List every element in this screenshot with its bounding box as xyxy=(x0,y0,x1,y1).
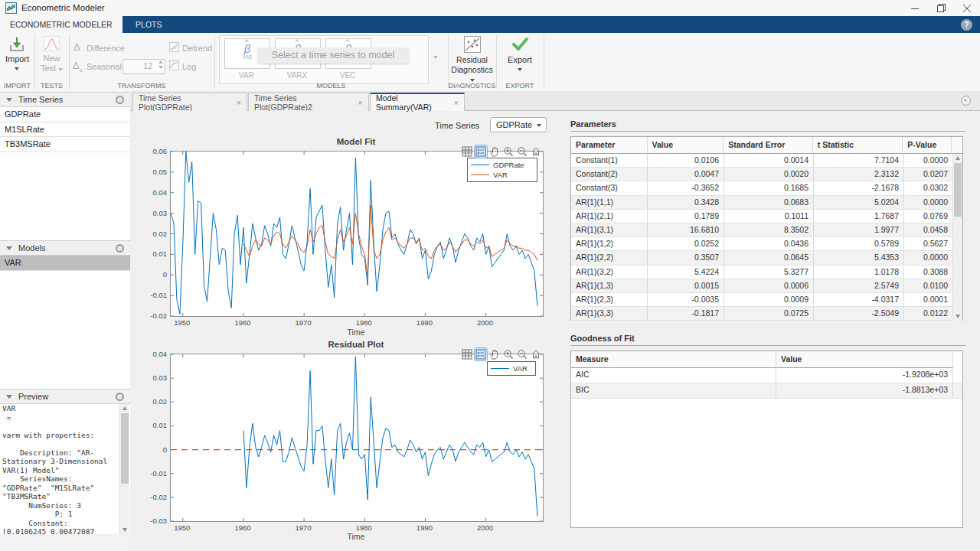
collapse-triangle-icon[interactable] xyxy=(6,98,12,102)
zoom-out-icon[interactable] xyxy=(516,348,528,360)
y-tick-label: 0 xyxy=(142,270,167,279)
home-icon[interactable] xyxy=(530,145,542,158)
table-row[interactable]: AR{1}(1,2)0.02520.04360.57890.5627 xyxy=(571,237,962,251)
table-row[interactable]: AIC-1.9208e+03 xyxy=(571,368,962,383)
panel-settings-icon[interactable] xyxy=(116,393,124,401)
plot-area[interactable] xyxy=(170,354,544,522)
collapse-triangle-icon[interactable] xyxy=(6,395,12,399)
column-header-spacer xyxy=(952,137,962,154)
table-cell: 0.0645 xyxy=(724,251,814,264)
document-actions-icon[interactable] xyxy=(961,96,971,106)
table-header-row: MeasureValue xyxy=(571,351,962,368)
table-row[interactable]: AR{1}(2,1)0.17890.10111.76870.0769 xyxy=(571,210,962,223)
app-icon xyxy=(5,2,17,14)
time-series-item[interactable]: GDPRate xyxy=(0,107,130,122)
time-series-panel-header[interactable]: Time Series xyxy=(0,92,130,107)
document-tab[interactable]: Time Series Plot(GDPRate)2× xyxy=(248,93,369,111)
preview-line: Stationary 3-Dimensional xyxy=(0,457,130,466)
document-tab[interactable]: Model Summary(VAR)× xyxy=(370,93,465,111)
table-row[interactable]: Constant(1)0.01060.00147.71040.0000 xyxy=(571,154,962,168)
zoom-in-icon[interactable] xyxy=(502,145,514,158)
chart-legend[interactable]: VAR xyxy=(487,361,536,376)
column-header: Parameter xyxy=(571,137,648,154)
collapse-triangle-icon[interactable] xyxy=(6,246,12,250)
section-divider xyxy=(544,34,544,89)
table-cell: Constant(3) xyxy=(571,181,648,194)
models-panel-header[interactable]: Models xyxy=(0,240,130,256)
preview-scrollbar[interactable] xyxy=(119,404,129,534)
y-tick-label: 0.05 xyxy=(142,168,167,176)
pan-icon[interactable] xyxy=(488,348,501,360)
table-row[interactable]: Constant(2)0.00470.00202.31320.0207 xyxy=(571,168,962,181)
legend-line-sample xyxy=(491,368,509,369)
models-gallery-dropdown[interactable] xyxy=(433,56,438,59)
table-cell: 7.7104 xyxy=(814,154,904,167)
table-row[interactable]: AR{1}(1,1)0.34280.06835.02040.0000 xyxy=(571,196,962,210)
close-button[interactable] xyxy=(954,0,980,16)
panel-settings-icon[interactable] xyxy=(116,96,124,104)
table-row[interactable]: AR{1}(2,3)-0.00350.0009-4.03170.0001 xyxy=(571,293,962,307)
grid-icon[interactable] xyxy=(461,348,473,360)
chart-legend[interactable]: GDPRateVAR xyxy=(467,158,537,182)
time-series-dropdown[interactable]: GDPRate xyxy=(490,117,547,132)
scroll-up-icon[interactable] xyxy=(956,156,960,160)
close-tab-icon[interactable]: × xyxy=(358,98,363,107)
table-row[interactable]: AR{1}(1,3)0.00150.00062.57490.0100 xyxy=(571,279,962,293)
column-header: Standard Error xyxy=(724,137,813,154)
table-cell: 0.0014 xyxy=(724,154,814,167)
table-cell: 16.6810 xyxy=(648,223,724,236)
zoom-in-icon[interactable] xyxy=(502,348,514,360)
table-row[interactable]: AR{1}(3,2)5.42245.32771.01780.3088 xyxy=(571,266,962,279)
table-row[interactable]: AR{1}(3,3)-0.18170.0725-2.50490.0122 xyxy=(571,307,962,321)
zoom-out-icon[interactable] xyxy=(516,145,528,158)
table-cell: 0.0436 xyxy=(724,237,814,250)
restore-button[interactable] xyxy=(928,0,954,16)
new-test-icon xyxy=(44,36,60,51)
legend-toggle-icon[interactable] xyxy=(475,348,487,360)
panel-settings-icon[interactable] xyxy=(116,244,124,253)
log-button: Log xyxy=(182,62,196,71)
table-row[interactable]: AR{1}(2,2)0.35070.06455.43530.0000 xyxy=(571,251,962,265)
table-cell: -0.0035 xyxy=(648,293,724,306)
help-icon[interactable]: ? xyxy=(961,19,972,31)
table-cell: -1.9208e+03 xyxy=(776,368,953,383)
x-tick-label: 1960 xyxy=(227,523,258,532)
chart-xlabel: Time xyxy=(170,532,542,541)
legend-toggle-icon[interactable] xyxy=(475,145,487,158)
scrollbar-thumb[interactable] xyxy=(954,163,962,217)
tab-econometric-modeler[interactable]: ECONOMETRIC MODELER xyxy=(0,16,122,33)
model-summary-document: Time Series GDPRate Model Fit0.060.050.0… xyxy=(130,111,980,551)
scrollbar-thumb[interactable] xyxy=(121,413,129,484)
close-tab-icon[interactable]: × xyxy=(454,98,459,107)
legend-entry: GDPRate xyxy=(471,160,534,170)
time-series-item[interactable]: TB3MSRate xyxy=(0,137,130,152)
grid-icon[interactable] xyxy=(461,145,473,158)
legend-line-sample xyxy=(471,165,489,165)
table-row[interactable]: BIC-1.8813e+03 xyxy=(571,383,962,399)
tab-plots[interactable]: PLOTS xyxy=(126,16,172,33)
table-body: Constant(1)0.01060.00147.71040.0000Const… xyxy=(571,154,962,321)
table-cell: 1.9977 xyxy=(814,223,904,236)
y-tick-label: 0.02 xyxy=(142,397,167,406)
parameters-table: ParameterValueStandard Errort StatisticP… xyxy=(570,136,963,321)
time-series-item[interactable]: M1SLRate xyxy=(0,122,130,138)
preview-panel-header[interactable]: Preview xyxy=(0,389,130,404)
scroll-down-icon[interactable] xyxy=(122,528,127,532)
pan-icon[interactable] xyxy=(488,145,501,158)
table-cell: 0.5789 xyxy=(814,237,904,250)
table-scrollbar[interactable] xyxy=(952,154,962,321)
seasonal-button: Seasonal xyxy=(87,62,122,71)
table-cell: 0.1011 xyxy=(724,210,814,223)
x-tick-label: 1990 xyxy=(409,523,439,532)
close-tab-icon[interactable]: × xyxy=(237,98,241,107)
table-row[interactable]: AR{1}(3,1)16.68108.35021.99770.0458 xyxy=(571,223,962,237)
x-tick-label: 1960 xyxy=(227,318,258,327)
document-tab[interactable]: Time Series Plot(GDPRate)× xyxy=(132,93,247,111)
scroll-up-icon[interactable] xyxy=(122,406,127,410)
home-icon[interactable] xyxy=(530,348,542,360)
minimize-button[interactable] xyxy=(902,0,928,16)
scroll-down-icon[interactable] xyxy=(956,315,960,318)
table-row[interactable]: Constant(3)-0.36520.1685-2.16780.0302 xyxy=(571,181,962,195)
goodness-of-fit-table: MeasureValueAIC-1.9208e+03BIC-1.8813e+03 xyxy=(570,350,963,528)
model-item[interactable]: VAR xyxy=(0,256,130,271)
